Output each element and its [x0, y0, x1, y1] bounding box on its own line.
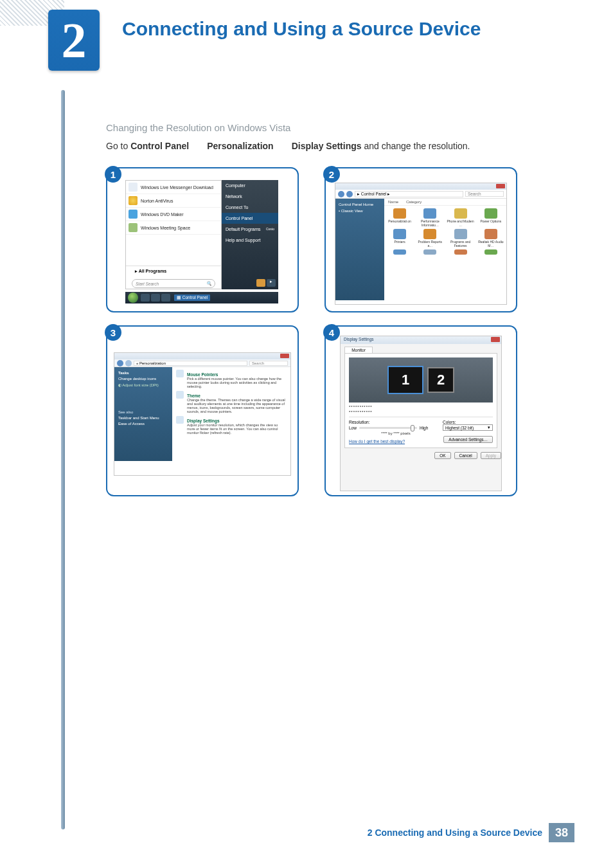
all-programs[interactable]: ▸ All Programs — [126, 266, 221, 276]
sm-r-item[interactable]: Computer — [222, 180, 278, 191]
taskbar-icon[interactable] — [161, 294, 170, 302]
control-panel-item[interactable]: Realtek HD Audio M… — [477, 229, 505, 248]
resolution-slider[interactable]: Low High — [349, 426, 443, 430]
cancel-button[interactable]: Cancel — [454, 452, 477, 459]
pz-section-link[interactable]: Mouse Pointers — [187, 372, 287, 377]
resolution-value: **** by **** pixels — [349, 431, 443, 435]
window-titlebar: Display Settings — [341, 336, 501, 344]
personalization-sidebar: Tasks Change desktop icons ◐ Adjust font… — [114, 367, 172, 461]
close-icon[interactable] — [496, 184, 505, 188]
control-panel-item[interactable] — [477, 249, 505, 255]
pz-section-desc: Pick a different mouse pointer. You can … — [187, 377, 287, 388]
monitor-1[interactable]: 1 — [387, 366, 423, 394]
control-panel-item[interactable]: Personalizati on — [386, 208, 414, 227]
sidebar-item[interactable]: Ease of Access — [118, 422, 168, 426]
lock-icon[interactable] — [256, 279, 265, 287]
close-icon[interactable] — [491, 337, 500, 342]
chapter-badge: 2 — [48, 10, 100, 71]
step-badge-4: 4 — [323, 324, 340, 341]
close-icon[interactable] — [280, 354, 289, 358]
forward-button[interactable] — [346, 191, 353, 197]
monitor-2[interactable]: 2 — [427, 367, 454, 393]
control-panel-item[interactable]: Programs and Features — [447, 229, 475, 248]
control-panel-item[interactable]: Phone and Modem … — [447, 208, 475, 227]
cp-label: Realtek HD Audio M… — [477, 240, 505, 248]
separator — [349, 417, 493, 417]
sidebar-item[interactable]: Change desktop icons — [118, 377, 168, 381]
control-panel-sidebar: Control Panel Home • Classic View — [335, 199, 384, 300]
cp-icon — [454, 229, 467, 239]
display-settings-body: 1 2 *********** *********** Resolution: … — [344, 353, 497, 448]
taskbar-icon[interactable] — [141, 294, 150, 302]
cp-icon — [484, 229, 497, 239]
sidebar-item[interactable]: ◐ Adjust font size (DPI) — [118, 383, 168, 387]
cp-icon — [454, 208, 467, 219]
panel-step-2: 2 ▸ Control Panel ▸ Search Control Panel… — [324, 167, 517, 312]
sidebar-item[interactable]: Taskbar and Start Menu — [118, 416, 168, 420]
cp-icon — [423, 208, 436, 219]
sidebar-item[interactable]: Control Panel Home — [339, 203, 381, 206]
colors-select[interactable]: Highest (32 bit)▾ — [443, 424, 493, 431]
sm-r-item[interactable]: Connect To — [222, 202, 278, 213]
control-panel-item[interactable] — [416, 249, 444, 255]
personalization-main: Mouse PointersPick a different mouse poi… — [172, 367, 290, 461]
pz-section-link[interactable]: Theme — [187, 393, 287, 398]
apply-button[interactable]: Apply — [481, 452, 501, 459]
pz-section-link[interactable]: Display Settings — [187, 419, 287, 423]
start-menu-screenshot: Windows Live Messenger Download Norton A… — [114, 180, 291, 302]
back-button[interactable] — [117, 360, 123, 366]
control-panel-item[interactable] — [386, 249, 414, 255]
start-orb-icon[interactable] — [128, 293, 138, 303]
sm-r-item[interactable]: Help and Support — [222, 235, 278, 246]
breadcrumb[interactable]: « Personalization — [134, 361, 247, 366]
side-stripe — [61, 90, 65, 829]
power-icon[interactable]: ▸ — [267, 279, 276, 287]
instr-cp: Control Panel — [130, 141, 189, 151]
monitor-preview: 1 2 — [349, 357, 493, 402]
control-panel-item[interactable]: Printers — [386, 229, 414, 248]
cp-icon — [484, 249, 497, 255]
instr-pz: Personalization — [207, 141, 273, 151]
personalization-window: « Personalization Search Tasks Change de… — [114, 352, 291, 476]
cp-label: Problem Reports a… — [416, 240, 444, 248]
cp-icon — [393, 208, 406, 219]
chevron-down-icon: ▾ — [488, 425, 490, 430]
control-panel-item[interactable]: Performance Informatio… — [416, 208, 444, 227]
control-panel-item[interactable]: Power Options — [477, 208, 505, 227]
panel-step-3: 3 « Personalization Search Tasks Change … — [106, 325, 299, 496]
start-search[interactable]: Start Search🔍 — [132, 279, 215, 288]
display-settings-window: Display Settings Monitor 1 2 ***********… — [340, 336, 502, 491]
control-panel-item[interactable]: Problem Reports a… — [416, 229, 444, 248]
panel-step-1: 1 Windows Live Messenger Download Norton… — [106, 167, 299, 312]
sm-item: Norton AntiVirus — [141, 199, 173, 203]
footer: 2 Connecting and Using a Source Device 3… — [368, 823, 574, 842]
advanced-settings-button[interactable]: Advanced Settings… — [443, 436, 493, 443]
pz-section-desc: Adjust your monitor resolution, which ch… — [187, 423, 287, 435]
step-badge-3: 3 — [105, 324, 121, 341]
sm-r-item[interactable]: Network — [222, 191, 278, 202]
monitor-tab[interactable]: Monitor — [344, 347, 373, 353]
sm-r-control-panel[interactable]: Control Panel — [222, 213, 278, 224]
breadcrumb[interactable]: ▸ Control Panel ▸ — [355, 191, 463, 197]
cp-label: Power Options — [477, 219, 505, 223]
control-panel-window: ▸ Control Panel ▸ Search Control Panel H… — [335, 183, 507, 305]
panel-step-4: 4 Display Settings Monitor 1 2 *********… — [324, 325, 517, 496]
taskbar-icon[interactable] — [151, 294, 160, 302]
sm-item: Windows Meeting Space — [141, 226, 190, 230]
pz-section-icon — [176, 391, 184, 399]
ok-button[interactable]: OK — [434, 452, 450, 459]
cp-label: Programs and Features — [447, 240, 475, 248]
back-button[interactable] — [338, 191, 344, 197]
search-input[interactable]: Search — [249, 361, 288, 366]
sidebar-item-classic-view[interactable]: • Classic View — [339, 209, 381, 213]
tasks-header: Tasks — [118, 371, 168, 375]
start-menu-left: Windows Live Messenger Download Norton A… — [125, 180, 222, 289]
cp-icon — [423, 249, 436, 255]
search-input[interactable]: Search — [465, 191, 504, 197]
instr-prefix: Go to — [106, 141, 130, 151]
taskbar-control-panel[interactable]: ▦ Control Panel — [174, 294, 210, 301]
forward-button[interactable] — [125, 360, 132, 366]
sm-r-item[interactable]: Default ProgramsCusto — [222, 224, 278, 235]
control-panel-item[interactable] — [447, 249, 475, 255]
help-link[interactable]: How do I get the best display? — [349, 439, 405, 444]
